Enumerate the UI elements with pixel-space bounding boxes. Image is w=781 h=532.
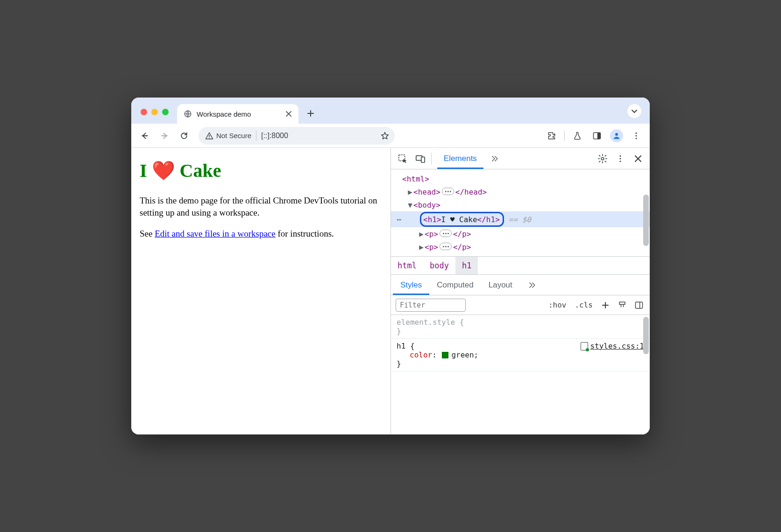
devtools-panel: Elements <html>: [390, 148, 650, 434]
svg-point-5: [636, 132, 637, 133]
ellipsis-icon[interactable]: [442, 188, 454, 195]
dom-node[interactable]: ▶<p></p>: [394, 240, 648, 253]
subtab-layout[interactable]: Layout: [481, 275, 520, 295]
style-rule[interactable]: element.style { }: [391, 315, 650, 339]
plus-icon: [601, 301, 610, 309]
maximize-window-button[interactable]: [162, 109, 169, 115]
back-button[interactable]: [136, 127, 154, 145]
address-bar[interactable]: Not Secure [::]:8000: [199, 127, 395, 145]
dom-node[interactable]: ▶<p></p>: [394, 227, 648, 240]
forward-button[interactable]: [156, 127, 173, 145]
flask-icon: [573, 131, 582, 140]
new-tab-button[interactable]: [303, 106, 318, 121]
side-panel-button[interactable]: [588, 127, 606, 145]
tab-elements[interactable]: Elements: [437, 148, 483, 169]
more-button[interactable]: [627, 127, 645, 145]
security-label: Not Secure: [216, 132, 251, 140]
devtools-close-button[interactable]: [630, 151, 646, 167]
chevron-down-icon: [631, 108, 638, 114]
dom-node-selected[interactable]: ⋯ <h1>I ♥ Cake</h1> == $0: [391, 211, 650, 227]
dom-tree[interactable]: <html> ▶<head></head> ▼<body> ⋯ <h1>I ♥ …: [391, 169, 650, 256]
inspect-element-button[interactable]: [395, 151, 411, 167]
separator: [256, 131, 256, 141]
url-text[interactable]: [::]:8000: [261, 132, 373, 140]
scrollbar-thumb[interactable]: [643, 317, 649, 354]
css-value[interactable]: green: [451, 350, 474, 359]
browser-toolbar: Not Secure [::]:8000: [131, 124, 650, 148]
devtools-more-button[interactable]: [612, 151, 628, 167]
styles-filter-input[interactable]: [396, 299, 466, 312]
breadcrumb-item[interactable]: html: [391, 257, 423, 274]
page-paragraph: This is the demo page for the official C…: [140, 195, 382, 218]
avatar: [610, 129, 623, 142]
new-style-rule-button[interactable]: [599, 299, 611, 311]
star-icon: [380, 131, 390, 140]
tab-title: Workspace demo: [197, 110, 281, 118]
breadcrumb-item-current[interactable]: h1: [455, 257, 478, 274]
subtab-styles[interactable]: Styles: [393, 275, 429, 295]
close-window-button[interactable]: [141, 109, 147, 115]
svg-rect-3: [597, 133, 601, 139]
dom-node[interactable]: <html>: [394, 172, 648, 185]
separator: [564, 131, 565, 141]
plus-icon: [307, 110, 314, 117]
svg-point-1: [209, 137, 210, 138]
side-panel-icon: [592, 131, 602, 140]
brush-icon: [618, 301, 627, 310]
expand-toggle[interactable]: ▶: [418, 244, 425, 250]
css-property[interactable]: color: [410, 350, 432, 359]
ellipsis-icon[interactable]: [440, 243, 452, 250]
double-chevron-right-icon: [527, 280, 537, 290]
puzzle-icon: [547, 131, 556, 140]
expand-toggle[interactable]: ▶: [418, 231, 425, 237]
svg-point-7: [636, 138, 637, 139]
arrow-right-icon: [160, 131, 169, 140]
heading-text: Cake: [175, 160, 221, 181]
security-chip[interactable]: Not Secure: [205, 132, 251, 140]
styles-toolbar: :hov .cls: [391, 295, 650, 315]
device-toolbar-button[interactable]: [412, 151, 428, 167]
dom-node[interactable]: ▶<head></head>: [394, 185, 648, 198]
devtools-settings-button[interactable]: [595, 151, 611, 167]
content-area: I ❤️ Cake This is the demo page for the …: [131, 148, 650, 434]
file-icon: [581, 342, 588, 350]
expand-toggle[interactable]: ▶: [407, 189, 413, 195]
scrollbar-thumb[interactable]: [643, 195, 649, 246]
close-tab-icon[interactable]: [285, 111, 292, 117]
style-rule[interactable]: styles.css:1 h1 { color: green; }: [391, 339, 650, 371]
page-link[interactable]: Edit and save files in a workspace: [155, 229, 276, 238]
stylesheet-source-link[interactable]: styles.css:1: [581, 342, 644, 350]
profile-button[interactable]: [608, 127, 625, 145]
heading-text: I: [140, 160, 152, 181]
reload-button[interactable]: [175, 127, 193, 145]
inspect-icon: [398, 154, 408, 164]
highlight-ring: <h1>I ♥ Cake</h1>: [420, 212, 504, 227]
labs-button[interactable]: [568, 127, 586, 145]
bookmark-button[interactable]: [378, 129, 392, 143]
subtab-computed[interactable]: Computed: [429, 275, 481, 295]
breadcrumb-item[interactable]: body: [423, 257, 455, 274]
dom-node[interactable]: ▼<body>: [394, 198, 648, 211]
svg-point-11: [601, 157, 604, 160]
browser-window: Workspace demo Not Secure [::]:8000: [131, 98, 650, 434]
copy-styles-button[interactable]: [616, 299, 628, 311]
computed-sidebar-button[interactable]: [633, 299, 645, 311]
svg-rect-10: [421, 157, 425, 162]
browser-tab[interactable]: Workspace demo: [177, 104, 298, 124]
warning-icon: [205, 132, 213, 140]
more-subtabs-button[interactable]: [520, 275, 544, 295]
close-icon: [634, 154, 642, 163]
devtools-tabs: Elements: [437, 148, 506, 169]
double-chevron-right-icon: [490, 154, 499, 163]
color-swatch[interactable]: [442, 352, 448, 358]
cls-button[interactable]: .cls: [573, 301, 595, 309]
more-tabs-button[interactable]: [483, 148, 506, 169]
more-actions-icon[interactable]: ⋯: [394, 215, 404, 224]
hov-button[interactable]: :hov: [547, 301, 568, 309]
globe-icon: [184, 110, 192, 118]
extensions-button[interactable]: [543, 127, 561, 145]
minimize-window-button[interactable]: [151, 109, 158, 115]
tab-search-button[interactable]: [627, 104, 641, 118]
collapse-toggle[interactable]: ▼: [407, 202, 413, 208]
ellipsis-icon[interactable]: [440, 230, 452, 237]
